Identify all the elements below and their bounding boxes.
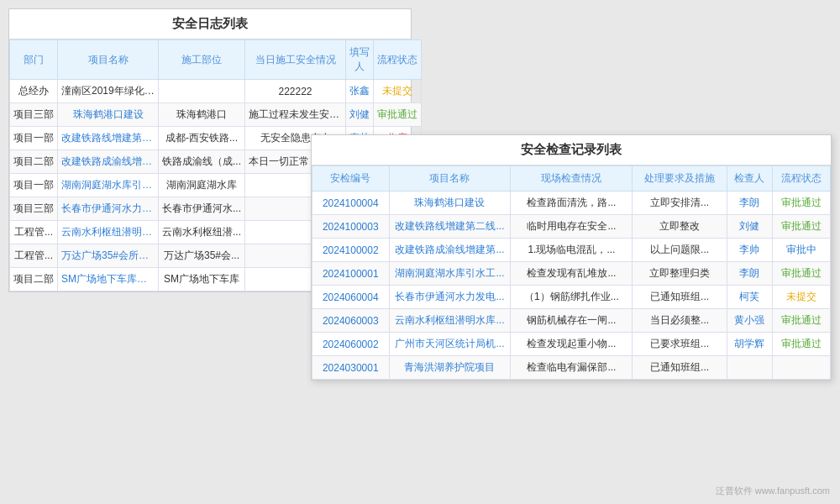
safety-log-title: 安全日志列表 xyxy=(9,9,411,39)
table-cell[interactable]: 改建铁路成渝线增建第... xyxy=(389,239,511,262)
table-cell: 珠海鹤港口 xyxy=(159,103,245,127)
table-cell[interactable]: 改建铁路成渝线增建第二... xyxy=(58,150,159,174)
table-row: 2024060004长春市伊通河水力发电...（1）钢筋绑扎作业...已通知班组… xyxy=(312,286,831,309)
table-cell[interactable]: 2024100001 xyxy=(312,262,390,286)
table-cell[interactable]: 珠海鹤港口建设 xyxy=(389,192,511,215)
table-row: 2024060003云南水利枢纽潜明水库...钢筋机械存在一闸...当日必须整.… xyxy=(312,309,831,333)
table-row: 2024100003改建铁路线增建第二线...临时用电存在安全...立即整改刘健… xyxy=(312,215,831,239)
table-cell: 未提交 xyxy=(374,80,422,103)
right-header-cell: 现场检查情况 xyxy=(511,166,633,192)
table-cell: 项目二部 xyxy=(10,150,58,174)
table-cell: 检查临电有漏保部... xyxy=(511,356,633,380)
table-cell[interactable]: 李朗 xyxy=(727,262,772,286)
table-cell[interactable]: 2024100002 xyxy=(312,239,390,262)
table-cell[interactable]: 云南水利枢纽潜明水库... xyxy=(389,309,511,333)
table-cell: 立即安排清... xyxy=(633,192,727,215)
table-row: 2024100004珠海鹤港口建设检查路面清洗，路...立即安排清...李朗审批… xyxy=(312,192,831,215)
table-cell: 项目一部 xyxy=(10,174,58,197)
table-cell[interactable]: 青海洪湖养护院项目 xyxy=(389,356,511,380)
safety-check-header-row: 安检编号项目名称现场检查情况处理要求及措施检查人流程状态 xyxy=(312,166,831,192)
table-cell: 审批中 xyxy=(773,239,831,262)
table-cell: （1）钢筋绑扎作业... xyxy=(511,286,633,309)
table-cell: 222222 xyxy=(245,80,346,103)
safety-check-title: 安全检查记录列表 xyxy=(312,135,831,165)
table-cell[interactable]: 黄小强 xyxy=(727,309,772,333)
table-cell[interactable]: 云南水利枢纽潜明水库一... xyxy=(58,221,159,244)
table-row: 2024060002广州市天河区统计局机...检查发现起重小物...已要求班组.… xyxy=(312,333,831,356)
table-cell: 已通知班组... xyxy=(633,356,727,380)
right-header-cell: 项目名称 xyxy=(389,166,511,192)
table-cell: 1.现场临电混乱，... xyxy=(511,239,633,262)
table-cell[interactable]: 改建铁路线增建第二线... xyxy=(389,215,511,239)
table-cell: 项目三部 xyxy=(10,197,58,221)
table-cell[interactable]: SM广场地下车库更换摄... xyxy=(58,268,159,291)
right-header-cell: 检查人 xyxy=(727,166,772,192)
table-cell xyxy=(773,356,831,380)
table-cell[interactable]: 胡学辉 xyxy=(727,333,772,356)
table-cell[interactable]: 柯芙 xyxy=(727,286,772,309)
table-cell[interactable]: 2024060002 xyxy=(312,333,390,356)
table-cell: 工程管... xyxy=(10,221,58,244)
table-cell: 检查发现起重小物... xyxy=(511,333,633,356)
table-cell: 立即整理归类 xyxy=(633,262,727,286)
table-cell[interactable]: 珠海鹤港口建设 xyxy=(58,103,159,127)
table-cell[interactable]: 湖南洞庭湖水库引水工... xyxy=(389,262,511,286)
table-cell xyxy=(159,80,245,103)
table-cell: 长春市伊通河水... xyxy=(159,197,245,221)
table-cell: 检查路面清洗，路... xyxy=(511,192,633,215)
table-cell[interactable]: 长春市伊通河水力发电厂... xyxy=(58,197,159,221)
table-cell: 湖南洞庭湖水库 xyxy=(159,174,245,197)
left-header-cell: 施工部位 xyxy=(159,40,245,80)
table-cell[interactable]: 刘健 xyxy=(727,215,772,239)
left-header-cell: 部门 xyxy=(10,40,58,80)
table-cell[interactable]: 2024100004 xyxy=(312,192,390,215)
table-cell: 审批通过 xyxy=(773,333,831,356)
table-cell[interactable]: 改建铁路线增建第二线直... xyxy=(58,127,159,150)
table-cell: 未提交 xyxy=(773,286,831,309)
right-header-cell: 安检编号 xyxy=(312,166,390,192)
right-header-cell: 流程状态 xyxy=(773,166,831,192)
table-cell: 铁路成渝线（成... xyxy=(159,150,245,174)
table-cell[interactable]: 张鑫 xyxy=(346,80,374,103)
table-cell[interactable]: 2024060004 xyxy=(312,286,390,309)
table-cell[interactable]: 2024060003 xyxy=(312,309,390,333)
table-cell[interactable]: 2024030001 xyxy=(312,356,390,380)
table-cell[interactable]: 2024100003 xyxy=(312,215,390,239)
safety-log-header-row: 部门项目名称施工部位当日施工安全情况填写人流程状态 xyxy=(10,40,422,80)
table-cell: 已要求班组... xyxy=(633,333,727,356)
table-cell[interactable]: 李朗 xyxy=(727,192,772,215)
table-cell: 工程管... xyxy=(10,244,58,268)
table-row: 2024100002改建铁路成渝线增建第...1.现场临电混乱，...以上问题限… xyxy=(312,239,831,262)
table-cell[interactable]: 万达广场35#会所及咖啡... xyxy=(58,244,159,268)
table-cell: 钢筋机械存在一闸... xyxy=(511,309,633,333)
table-cell: 施工过程未发生安全事故... xyxy=(245,103,346,127)
table-cell[interactable]: 李帅 xyxy=(727,239,772,262)
table-cell: 审批通过 xyxy=(773,192,831,215)
table-cell[interactable]: 长春市伊通河水力发电... xyxy=(389,286,511,309)
table-cell: 审批通过 xyxy=(773,262,831,286)
left-header-cell: 填写人 xyxy=(346,40,374,80)
table-cell[interactable]: 湖南洞庭湖水库引水工程... xyxy=(58,174,159,197)
table-cell[interactable]: 刘健 xyxy=(346,103,374,127)
watermark: 泛普软件 www.fanpusft.com xyxy=(716,485,830,497)
left-header-cell: 当日施工安全情况 xyxy=(245,40,346,80)
table-row: 2024100001湖南洞庭湖水库引水工...检查发现有乱堆放...立即整理归类… xyxy=(312,262,831,286)
table-cell: SM广场地下车库 xyxy=(159,268,245,291)
safety-check-panel: 安全检查记录列表 安检编号项目名称现场检查情况处理要求及措施检查人流程状态 20… xyxy=(311,134,832,381)
safety-check-body: 2024100004珠海鹤港口建设检查路面清洗，路...立即安排清...李朗审批… xyxy=(312,192,831,380)
table-cell: 万达广场35#会... xyxy=(159,244,245,268)
table-cell: 项目二部 xyxy=(10,268,58,291)
table-cell: 以上问题限... xyxy=(633,239,727,262)
table-cell: 云南水利枢纽潜... xyxy=(159,221,245,244)
table-row: 总经办潼南区2019年绿化补贴项...222222张鑫未提交 xyxy=(10,80,422,103)
table-row: 项目三部珠海鹤港口建设珠海鹤港口施工过程未发生安全事故...刘健审批通过 xyxy=(10,103,422,127)
table-cell: 成都-西安铁路... xyxy=(159,127,245,150)
table-cell: 审批通过 xyxy=(374,103,422,127)
table-cell: 项目三部 xyxy=(10,103,58,127)
table-cell[interactable]: 广州市天河区统计局机... xyxy=(389,333,511,356)
table-cell: 当日必须整... xyxy=(633,309,727,333)
left-header-cell: 项目名称 xyxy=(58,40,159,80)
table-cell: 潼南区2019年绿化补贴项... xyxy=(58,80,159,103)
table-cell: 临时用电存在安全... xyxy=(511,215,633,239)
table-cell: 审批通过 xyxy=(773,309,831,333)
